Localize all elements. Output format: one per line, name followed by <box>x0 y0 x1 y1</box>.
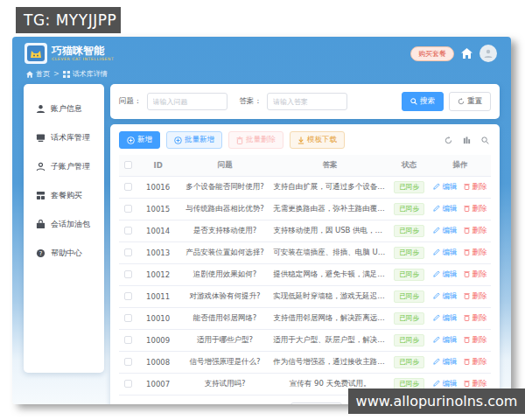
edit-button[interactable]: 编辑 <box>433 313 457 324</box>
cell-question: 适用于哪些户型? <box>178 330 271 352</box>
refresh-icon <box>458 98 465 105</box>
sidebar-item-label: 会话加油包 <box>51 219 90 230</box>
column-settings-icon[interactable] <box>460 134 472 146</box>
table-row: 10014是否支持移动使用?支持移动使用，因 USB 供电，可搭配移动电...已… <box>119 220 491 242</box>
cell-answer: 适用于大户型、跃层户型，解决因空间大、墙... <box>271 330 388 352</box>
row-checkbox[interactable] <box>124 248 132 256</box>
breadcrumb-home-label: 首页 <box>36 69 50 79</box>
row-checkbox[interactable] <box>124 227 132 234</box>
table-row: 10008信号增强原理是什么?作为信号增强器，通过接收主路由信号并放大...已同… <box>119 352 491 374</box>
download-icon <box>298 136 304 144</box>
table-row: 10015与传统路由器相比优势?无需更换路由器，弥补主路由覆盖不足，即插...已… <box>119 199 491 220</box>
table-row: 10016多个设备能否同时使用?支持自由扩展，可通过多个设备搭配使用，全...已… <box>119 177 491 199</box>
sidebar-item-6[interactable]: ?帮助中心 <box>34 239 104 268</box>
header-checkbox-cell <box>119 155 137 177</box>
edit-button[interactable]: 编辑 <box>433 270 457 280</box>
status-badge: 已同步 <box>394 247 424 259</box>
edit-button[interactable]: 编辑 <box>433 335 457 346</box>
edit-button[interactable]: 编辑 <box>433 248 457 258</box>
sidebar-item-label: 套餐购买 <box>51 190 82 201</box>
status-badge: 已同步 <box>394 203 424 215</box>
brand-name: 巧猫咪智能 <box>52 46 114 57</box>
cell-question: 能否借用邻居网络? <box>178 308 271 330</box>
sidebar-item-label: 话术库管理 <box>51 132 90 144</box>
add-button[interactable]: 新增 <box>119 131 160 149</box>
edit-button[interactable]: 编辑 <box>433 291 457 302</box>
batch-add-button[interactable]: 批量新增 <box>166 131 222 149</box>
delete-button[interactable]: 删除 <box>464 204 486 214</box>
cell-id: 10007 <box>137 374 178 396</box>
delete-button[interactable]: 删除 <box>464 248 486 258</box>
fuel-pack-icon <box>36 220 46 229</box>
trash-icon <box>464 270 470 279</box>
cell-answer: 可安装在墙插座、排插、电脑 USB 接口等位... <box>271 242 388 264</box>
delete-button[interactable]: 删除 <box>464 270 486 280</box>
sidebar-item-5[interactable]: 会话加油包 <box>34 210 104 239</box>
cell-id: 10012 <box>137 264 178 286</box>
row-checkbox[interactable] <box>124 205 132 213</box>
edit-button[interactable]: 编辑 <box>433 357 457 368</box>
delete-button[interactable]: 删除 <box>464 313 486 324</box>
column-header-answer: 答案 <box>271 155 388 177</box>
answer-label: 答案： <box>240 96 262 107</box>
search-button[interactable]: 搜索 <box>402 92 444 111</box>
table-row: 10013产品安装位置如何选择?可安装在墙插座、排插、电脑 USB 接口等位..… <box>119 242 491 264</box>
grid-icon <box>63 71 70 78</box>
toolbar: 新增 批量新增 批量删除 模板下载 <box>119 131 491 149</box>
sidebar-item-4[interactable]: 套餐购买 <box>34 181 104 210</box>
home-icon[interactable] <box>461 48 472 59</box>
user-avatar[interactable] <box>480 45 497 62</box>
edit-icon <box>433 292 440 301</box>
answer-input[interactable] <box>267 93 347 110</box>
subaccount-icon <box>36 162 46 172</box>
row-checkbox[interactable] <box>124 183 132 191</box>
batch-delete-button[interactable]: 批量删除 <box>228 131 284 149</box>
page: TG: MYYJJPP 巧猫咪智能 CLEVER CAT INTELLIGENT <box>0 0 525 420</box>
trash-icon <box>464 380 470 388</box>
question-label: 问题： <box>119 96 142 107</box>
trash-icon <box>464 358 470 367</box>
sidebar: 账户信息话术库管理子账户管理套餐购买会话加油包?帮助中心 <box>24 84 104 373</box>
row-checkbox[interactable] <box>124 358 132 366</box>
cell-question: 信号增强原理是什么? <box>178 352 271 374</box>
page-size-select[interactable]: 10条/页 ▼ <box>290 402 341 404</box>
reset-button[interactable]: 重置 <box>449 92 491 111</box>
script-table: ID 问题 答案 状态 操作 10016多个设备能否同时使用?支持自由扩展，可通… <box>119 155 491 396</box>
status-badge: 已同步 <box>394 356 424 368</box>
table-row: 10009适用于哪些户型?适用于大户型、跃层户型，解决因空间大、墙...已同步编… <box>119 330 491 352</box>
buy-package-button[interactable]: 购买套餐 <box>410 46 454 61</box>
status-badge: 已同步 <box>394 181 424 193</box>
cell-question: 多个设备能否同时使用? <box>178 177 271 199</box>
table-row: 10010能否借用邻居网络?支持借用邻居网络，解决距离远、信号差的联...已同步… <box>119 308 491 330</box>
sidebar-item-3[interactable]: 子账户管理 <box>34 152 104 181</box>
delete-button[interactable]: 删除 <box>464 335 486 346</box>
row-checkbox[interactable] <box>124 380 132 388</box>
edit-button[interactable]: 编辑 <box>433 226 457 236</box>
trash-icon <box>236 136 243 144</box>
column-header-question: 问题 <box>178 155 271 177</box>
column-header-status: 状态 <box>388 155 430 177</box>
sidebar-item-2[interactable]: 话术库管理 <box>34 123 104 152</box>
row-checkbox[interactable] <box>124 292 132 300</box>
delete-button[interactable]: 删除 <box>464 182 486 192</box>
breadcrumb-home[interactable]: 首页 <box>26 69 50 79</box>
delete-button[interactable]: 删除 <box>464 291 486 302</box>
search-icon[interactable] <box>479 134 491 146</box>
sidebar-item-1[interactable]: 账户信息 <box>34 94 104 123</box>
edit-icon <box>433 336 440 345</box>
refresh-icon[interactable] <box>442 134 454 146</box>
delete-button[interactable]: 删除 <box>464 357 486 368</box>
row-checkbox[interactable] <box>124 336 132 344</box>
template-download-button[interactable]: 模板下载 <box>290 131 345 149</box>
row-checkbox[interactable] <box>124 314 132 322</box>
question-input[interactable] <box>147 93 228 110</box>
package-icon <box>36 191 46 200</box>
select-all-checkbox[interactable] <box>124 161 132 169</box>
plus-circle-icon <box>127 136 135 144</box>
delete-button[interactable]: 删除 <box>464 226 486 236</box>
row-checkbox[interactable] <box>124 270 132 278</box>
cell-id: 10009 <box>137 330 178 352</box>
edit-button[interactable]: 编辑 <box>433 182 457 192</box>
edit-button[interactable]: 编辑 <box>433 204 457 214</box>
filter-card: 问题： 答案： 搜索 重置 <box>110 84 500 119</box>
